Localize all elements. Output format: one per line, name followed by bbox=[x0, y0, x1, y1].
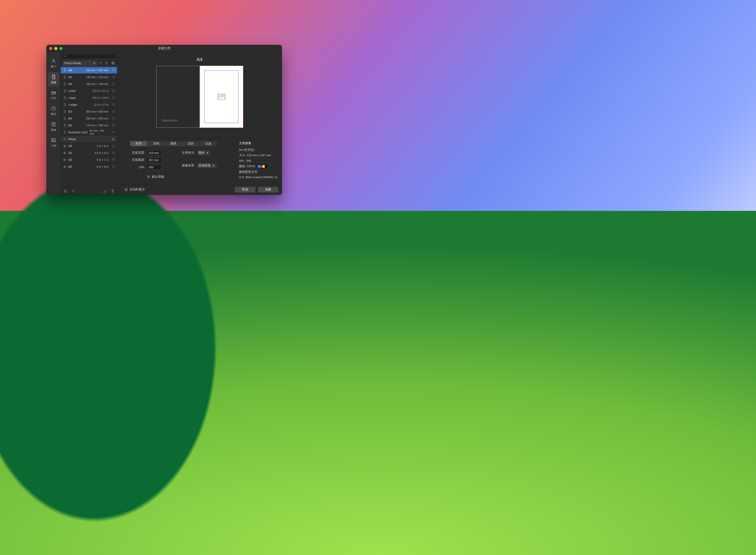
clock-icon bbox=[51, 106, 56, 111]
tab-color[interactable]: 颜色 bbox=[165, 141, 182, 146]
cmyk-swatches bbox=[257, 165, 267, 168]
cancel-button[interactable]: 取消 bbox=[235, 187, 255, 193]
preset-category-label: Press Ready bbox=[64, 61, 81, 65]
photo-icon bbox=[63, 165, 66, 169]
default-master-label: 默认母版 bbox=[152, 175, 164, 179]
preset-dims: 4 in × 6 in bbox=[97, 144, 108, 147]
preset-group-name: Photo bbox=[68, 138, 76, 141]
main-panel: A4 iplayzip.com 布局 页码 颜色 bbox=[117, 52, 282, 195]
preset-group-header[interactable]: Photo bbox=[61, 136, 117, 143]
add-category-button[interactable] bbox=[70, 189, 76, 194]
preset-name: B4 bbox=[68, 117, 72, 120]
show-on-start-checkbox[interactable] bbox=[125, 188, 128, 191]
rail-label: 模板 bbox=[51, 128, 56, 132]
svg-rect-7 bbox=[64, 145, 66, 147]
rename-preset-button[interactable] bbox=[102, 189, 107, 194]
preset-name: 6R bbox=[68, 165, 72, 168]
preset-search-input[interactable] bbox=[62, 54, 115, 59]
rail-templates[interactable]: 模板 bbox=[48, 120, 59, 134]
user-icon bbox=[51, 58, 56, 64]
preset-dims: 148 mm × 210 mm bbox=[86, 76, 108, 79]
preset-item[interactable]: 4D4.5 in × 6 in bbox=[61, 150, 117, 157]
preset-item[interactable]: A4210 mm × 297 mm bbox=[61, 67, 117, 74]
rail-label: 示例 bbox=[51, 144, 56, 147]
image-placement-select[interactable]: 首选链接 bbox=[197, 163, 217, 168]
preset-name: 5R bbox=[68, 158, 72, 161]
preset-name: B3 bbox=[68, 110, 72, 113]
new-document-window: 新建文档 帐户 新建 打开 最近 模板 bbox=[46, 45, 282, 195]
preset-item[interactable]: B3353 mm × 500 mm bbox=[61, 108, 117, 115]
rail-label: 新建 bbox=[51, 81, 56, 84]
dialog-footer: 启动时显示 取消 创建 bbox=[117, 184, 282, 195]
menu-icon[interactable] bbox=[111, 138, 115, 141]
preset-name: Business Card bbox=[68, 131, 88, 134]
preset-toolbar bbox=[61, 187, 117, 195]
nav-rail: 帐户 新建 打开 最近 模板 示例 bbox=[46, 52, 61, 195]
tab-layout[interactable]: 布局 bbox=[130, 141, 147, 146]
preset-name: A4 bbox=[68, 69, 72, 72]
page-icon bbox=[63, 117, 66, 120]
chevron-updown-icon bbox=[213, 165, 214, 166]
preset-dims: 176 mm × 250 mm bbox=[86, 124, 108, 127]
watermark-text: iplayzip.com bbox=[162, 119, 178, 122]
page-width-input[interactable]: 210 mm bbox=[147, 151, 162, 156]
page-height-input[interactable]: 297 mm bbox=[147, 158, 162, 163]
rail-recent[interactable]: 最近 bbox=[48, 104, 59, 118]
rail-account[interactable]: 帐户 bbox=[48, 56, 59, 71]
add-preset-button[interactable] bbox=[63, 189, 68, 194]
doc-unit-label: 文档单元: bbox=[180, 151, 195, 155]
window-zoom-button[interactable] bbox=[59, 47, 62, 50]
preset-name: 4R bbox=[68, 144, 72, 147]
preset-item[interactable]: Business Card55 mm × 88 mm bbox=[61, 129, 117, 136]
preset-item[interactable]: B5176 mm × 250 mm bbox=[61, 122, 117, 129]
favorites-filter-button[interactable] bbox=[99, 61, 102, 65]
preset-category-select[interactable]: Press Ready bbox=[62, 60, 97, 66]
summary-profile: U.S. Web Coated (SWOP) v2 bbox=[239, 175, 278, 179]
page-icon bbox=[63, 96, 66, 99]
preset-item[interactable]: A6105 mm × 148 mm bbox=[61, 81, 117, 88]
preset-item[interactable]: 6R6 in × 8 in bbox=[61, 163, 117, 170]
rail-open[interactable]: 打开 bbox=[48, 88, 59, 102]
dpi-input[interactable]: 300 bbox=[147, 165, 162, 170]
preset-item[interactable]: Legal8.5 in × 14 in bbox=[61, 94, 117, 101]
titlebar: 新建文档 bbox=[46, 45, 282, 52]
page-icon bbox=[63, 103, 66, 106]
preview-right-page bbox=[200, 66, 243, 128]
preset-item[interactable]: 4R4 in × 6 in bbox=[61, 143, 117, 150]
window-close-button[interactable] bbox=[49, 47, 52, 50]
preset-item[interactable]: B4250 mm × 353 mm bbox=[61, 115, 117, 122]
preset-dims: 4.5 in × 6 in bbox=[94, 152, 108, 155]
preset-item[interactable]: Letter8.5 in × 11 in bbox=[61, 88, 117, 94]
page-icon bbox=[63, 110, 66, 113]
page-icon bbox=[63, 69, 66, 72]
preset-dims: 5 in × 7 in bbox=[97, 158, 108, 161]
dpi-label: DPI: bbox=[130, 166, 145, 169]
preset-item[interactable]: 5R5 in × 7 in bbox=[61, 157, 117, 163]
orientation-portrait-button[interactable] bbox=[104, 60, 109, 66]
window-minimize-button[interactable] bbox=[54, 47, 57, 50]
delete-preset-button[interactable] bbox=[110, 189, 115, 194]
page-icon bbox=[63, 89, 66, 93]
default-master-checkbox[interactable] bbox=[147, 175, 150, 178]
tab-pages[interactable]: 页码 bbox=[147, 141, 164, 146]
tab-bleed[interactable]: 出血 bbox=[200, 141, 217, 146]
page-width-label: 页面宽度: bbox=[130, 151, 145, 155]
create-button[interactable]: 创建 bbox=[258, 187, 278, 193]
image-placeholder-icon bbox=[217, 93, 226, 100]
orientation-landscape-button[interactable] bbox=[110, 60, 115, 66]
preset-name: Letter bbox=[68, 89, 76, 92]
folder-open-icon bbox=[51, 90, 56, 95]
preset-dims: 8.5 in × 11 in bbox=[93, 89, 108, 92]
preset-name: Ledger bbox=[68, 103, 78, 106]
preset-dims: 55 mm × 88 mm bbox=[90, 129, 108, 135]
preset-dims: 6 in × 8 in bbox=[97, 165, 108, 168]
preset-list[interactable]: A4210 mm × 297 mmA5148 mm × 210 mmA6105 … bbox=[61, 67, 117, 187]
photo-icon bbox=[63, 151, 66, 155]
rail-samples[interactable]: 示例 bbox=[48, 135, 59, 150]
doc-unit-select[interactable]: 毫米 bbox=[197, 151, 210, 156]
tab-margins[interactable]: 边距 bbox=[182, 141, 199, 146]
rail-new[interactable]: 新建 bbox=[48, 72, 59, 86]
image-placement-label: 图像放置: bbox=[180, 164, 195, 167]
preset-item[interactable]: A5148 mm × 210 mm bbox=[61, 74, 117, 81]
preset-item[interactable]: Ledger11 in × 17 in bbox=[61, 101, 117, 108]
